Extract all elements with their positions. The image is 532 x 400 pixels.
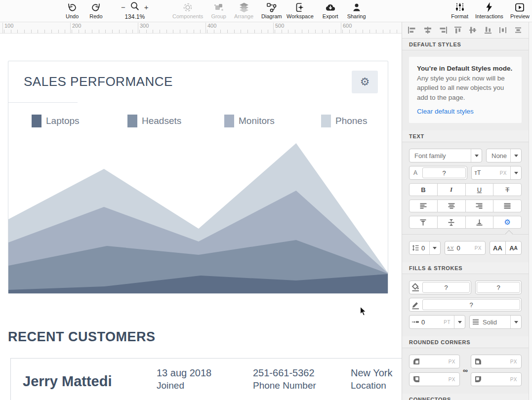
stroke-color-input[interactable]: ? (422, 299, 520, 310)
text-align-justify-button[interactable] (493, 200, 522, 212)
format-button[interactable]: Format (451, 2, 468, 19)
align-middle-vertical-icon[interactable] (467, 26, 479, 34)
align-left-icon[interactable] (407, 26, 418, 34)
vertical-align-top-button[interactable] (409, 216, 438, 229)
section-header-connectors: CONNECTORS (402, 394, 529, 400)
preview-button[interactable]: Preview (510, 2, 530, 19)
notice-title: You’re in Default Styles mode. (417, 64, 514, 74)
undo-button[interactable]: Undo (66, 2, 79, 19)
capitalize-small: A (514, 245, 518, 251)
stroke-style-select[interactable]: Solid (469, 315, 522, 329)
sharing-button[interactable]: Sharing (347, 2, 366, 19)
text-align-right-button[interactable] (465, 200, 494, 212)
corner-radius-top-right-input[interactable]: PX (471, 355, 522, 368)
fill-alpha-control[interactable]: ? (475, 280, 522, 294)
zoom-in-button[interactable]: + (144, 3, 149, 11)
font-size-control[interactable]: ᴛT PX (471, 166, 522, 180)
text-align-left-button[interactable] (409, 200, 438, 212)
underline-button[interactable]: U (465, 183, 494, 196)
uppercase-button[interactable]: AA (490, 241, 506, 255)
recent-customers-title[interactable]: RECENT CUSTOMERS (8, 329, 156, 345)
dropdown-segment[interactable] (510, 166, 521, 179)
legend-item-monitors[interactable]: Monitors (224, 115, 275, 127)
legend-swatch (127, 115, 137, 127)
ruler-label: 400 (205, 23, 216, 34)
letter-spacing-control[interactable]: AV 0 PX (445, 241, 486, 255)
fill-color-input[interactable]: ? (422, 282, 470, 293)
align-bottom-icon[interactable] (482, 26, 494, 34)
stacked-area-chart[interactable] (8, 139, 388, 293)
font-color-control[interactable]: A ? (409, 166, 467, 180)
vertical-align-middle-button[interactable] (437, 216, 466, 229)
bold-button[interactable]: B (409, 183, 438, 196)
fill-alpha-input[interactable]: ? (477, 282, 520, 293)
sidebar-scrollbar[interactable] (529, 22, 532, 400)
align-right-icon[interactable] (437, 26, 449, 34)
export-button[interactable]: Export (323, 2, 338, 19)
paint-bucket-icon (409, 283, 421, 292)
dropdown-segment[interactable] (454, 316, 465, 328)
legend-item-headsets[interactable]: Headsets (127, 115, 181, 127)
strikethrough-button[interactable]: T (493, 183, 522, 196)
line-height-icon (409, 245, 421, 251)
interactions-label: Interactions (475, 13, 503, 19)
distribute-horizontal-icon[interactable] (497, 26, 509, 34)
text-style-select[interactable]: None (486, 149, 522, 162)
dropdown-segment[interactable] (510, 316, 521, 328)
widget-settings-button[interactable]: ⚙ (352, 71, 378, 93)
legend-item-laptops[interactable]: Laptops (32, 115, 80, 127)
interactions-button[interactable]: Interactions (475, 2, 503, 19)
align-top-icon[interactable] (452, 26, 464, 34)
corner-radius-bottom-right-input[interactable]: PX (471, 372, 522, 386)
legend-item-phones[interactable]: Phones (321, 115, 367, 127)
capitalize-big: A (509, 244, 514, 252)
stroke-width-control[interactable]: 0 PT (409, 315, 465, 329)
format-sidebar: DEFAULT STYLES You’re in Default Styles … (402, 22, 529, 400)
font-color-input[interactable]: ? (422, 167, 466, 178)
capitalize-button[interactable]: AA (505, 241, 522, 255)
corner-radius-top-left-input[interactable]: PX (409, 355, 460, 368)
workspace-button[interactable]: Workspace (286, 2, 314, 19)
text-settings-gear-button[interactable]: ⚙ (493, 216, 522, 229)
dropdown-segment[interactable] (510, 149, 521, 162)
fill-color-control[interactable]: ? (409, 280, 471, 294)
text-align-center-button[interactable] (437, 200, 466, 212)
align-center-horizontal-icon[interactable] (422, 26, 434, 34)
stroke-style-value: Solid (482, 319, 510, 326)
ruler-label: 600 (341, 23, 352, 34)
legend-label: Headsets (142, 116, 181, 126)
vertical-align-bottom-button[interactable] (465, 216, 494, 229)
zoom-level[interactable]: 134.1% (124, 13, 145, 20)
group-button[interactable]: Group (211, 2, 226, 19)
corner-top-left-icon (413, 359, 419, 364)
arrange-button[interactable]: Arrange (234, 2, 253, 19)
font-size-icon: ᴛT (472, 169, 484, 176)
default-styles-body: You’re in Default Styles mode. Any style… (402, 50, 529, 130)
joined-label: Joined (157, 380, 211, 391)
customer-row-card[interactable]: Jerry Mattedi 13 aug 2018 Joined 251-661… (10, 358, 402, 400)
section-header-text: TEXT (402, 130, 529, 142)
corner-top-right-icon (475, 359, 481, 364)
distribute-vertical-icon[interactable] (512, 26, 524, 34)
redo-button[interactable]: Redo (89, 2, 102, 19)
magnifier-icon[interactable] (130, 1, 140, 13)
zoom-out-button[interactable]: − (121, 3, 125, 11)
clear-default-styles-link[interactable]: Clear default styles (417, 108, 514, 115)
sales-card-title[interactable]: SALES PERFORMANCE (24, 74, 173, 89)
corner-radius-bottom-left-input[interactable]: PX (409, 372, 460, 386)
components-button[interactable]: Components (172, 2, 203, 19)
dropdown-segment[interactable] (471, 149, 482, 162)
stroke-width-value: 0 (421, 319, 425, 326)
design-canvas[interactable]: SALES PERFORMANCE ⚙ Laptops Headsets Mon… (0, 34, 402, 400)
diagram-button[interactable]: Diagram (261, 2, 282, 19)
svg-text:V: V (451, 245, 454, 249)
font-family-value: Font family (409, 152, 471, 160)
link-corners-icon[interactable]: ∞ (460, 366, 470, 374)
font-family-select[interactable]: Font family (409, 149, 482, 162)
dropdown-segment[interactable] (429, 241, 440, 254)
italic-button[interactable]: I (437, 183, 466, 196)
ruler-label: 100 (2, 23, 13, 34)
sales-performance-widget[interactable]: SALES PERFORMANCE ⚙ Laptops Headsets Mon… (8, 61, 388, 294)
line-height-control[interactable]: 0 (409, 241, 441, 255)
stroke-color-control[interactable]: ? (409, 298, 522, 312)
